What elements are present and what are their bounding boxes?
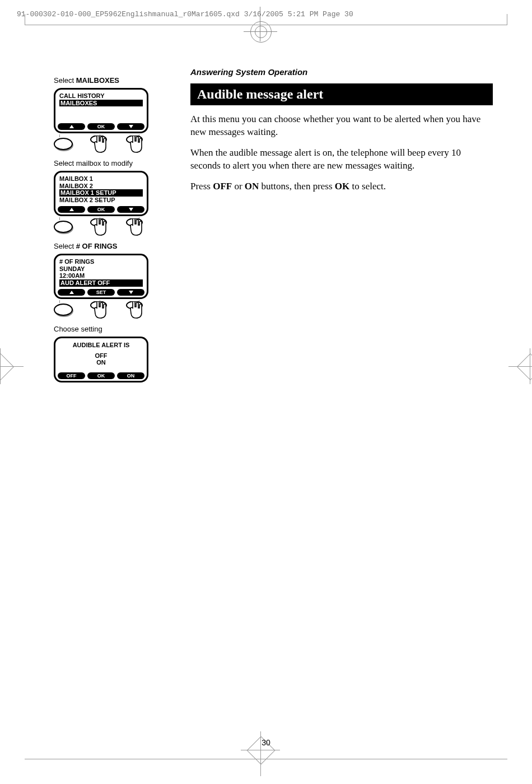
hand-press-icon — [90, 136, 109, 156]
lcd-screen-1: CALL HISTORY MAILBOXES OK — [54, 88, 148, 133]
button-row-3 — [54, 301, 145, 321]
physical-button-left — [54, 304, 73, 316]
softkey-down — [117, 123, 144, 130]
menu-item-call-history: CALL HISTORY — [59, 92, 104, 99]
button-row-1 — [54, 136, 145, 156]
arrow-down-icon — [129, 290, 133, 295]
hand-press-icon — [90, 218, 109, 239]
body-paragraph-2: When the audible message alert is on, th… — [190, 147, 493, 172]
hand-press-icon — [126, 136, 145, 156]
softkey-set: SET — [87, 289, 115, 296]
text-fragment: buttons, then press — [259, 181, 335, 192]
button-row-2 — [54, 218, 145, 239]
softkey-on: ON — [117, 372, 144, 379]
step-caption-1: Select MAILBOXES — [54, 76, 160, 85]
menu-item-mailbox2-setup: MAILBOX 2 SETUP — [59, 197, 115, 203]
option-on: ON — [59, 359, 143, 366]
menu-item-mailbox2: MAILBOX 2 — [59, 183, 93, 189]
arrow-down-icon — [129, 207, 133, 212]
text-fragment: Press — [190, 181, 213, 192]
step-caption-4: Choose setting — [54, 325, 160, 333]
option-off: OFF — [59, 352, 143, 360]
hand-press-icon — [126, 218, 145, 239]
physical-button-left — [54, 221, 73, 233]
menu-item-mailbox1-setup-selected: MAILBOX 1 SETUP — [59, 189, 143, 197]
registration-mark-right — [508, 353, 532, 381]
body-paragraph-3: Press OFF or ON buttons, then press OK t… — [190, 180, 493, 193]
lcd-screen-2: MAILBOX 1 MAILBOX 2 MAILBOX 1 SETUP MAIL… — [54, 171, 148, 216]
print-header: 91-000302-010-000_EP5962Englishmanual_r0… — [17, 10, 353, 18]
softkey-up — [58, 206, 85, 213]
step-caption-2: Select mailbox to modify — [54, 159, 160, 167]
arrow-up-icon — [69, 290, 74, 295]
softkey-up — [58, 289, 85, 296]
arrow-down-icon — [129, 124, 133, 129]
lcd-screen-4: AUDIBLE ALERT IS OFF ON OFF OK ON — [54, 337, 148, 382]
softkey-up — [58, 123, 85, 130]
sidebar-column: Select MAILBOXES CALL HISTORY MAILBOXES … — [54, 76, 160, 385]
screen-title: AUDIBLE ALERT IS — [59, 342, 143, 349]
button-ref-ok: OK — [335, 181, 349, 192]
text-bold: MAILBOXES — [76, 76, 119, 85]
text-fragment: or — [232, 181, 245, 192]
button-ref-on: ON — [245, 181, 259, 192]
softkey-ok: OK — [87, 123, 115, 130]
arrow-up-icon — [69, 207, 74, 212]
text-fragment: to select. — [349, 181, 386, 192]
text-fragment: Select — [54, 242, 76, 250]
section-label: Answering System Operation — [190, 67, 493, 77]
registration-mark-left — [0, 353, 24, 381]
softkey-ok: OK — [87, 206, 115, 213]
text-fragment: Select — [54, 76, 76, 85]
hand-press-icon — [126, 301, 145, 321]
lcd-screen-3: # OF RINGS SUNDAY 12:00AM AUD ALERT OFF … — [54, 254, 148, 299]
menu-item-mailboxes-selected: MAILBOXES — [59, 100, 143, 107]
arrow-up-icon — [69, 124, 74, 129]
softkey-off: OFF — [58, 372, 85, 379]
menu-item-of-rings: # OF RINGS — [59, 258, 94, 265]
softkey-down — [117, 289, 144, 296]
physical-button-left — [54, 138, 73, 150]
step-caption-3: Select # OF RINGS — [54, 242, 160, 250]
menu-item-aud-alert-selected: AUD ALERT OFF — [59, 279, 143, 287]
softkey-ok: OK — [87, 372, 115, 379]
menu-item-sunday: SUNDAY — [59, 265, 85, 272]
menu-item-time: 12:00AM — [59, 272, 85, 279]
softkey-down — [117, 206, 144, 213]
main-column: Answering System Operation Audible messa… — [190, 67, 493, 201]
page-number: 30 — [0, 738, 532, 747]
menu-item-mailbox1: MAILBOX 1 — [59, 175, 93, 182]
button-ref-off: OFF — [213, 181, 232, 192]
text-bold: # OF RINGS — [76, 242, 118, 250]
section-title-banner: Audible message alert — [190, 83, 493, 105]
body-paragraph-1: At this menu you can choose whether you … — [190, 113, 493, 139]
hand-press-icon — [90, 301, 109, 321]
